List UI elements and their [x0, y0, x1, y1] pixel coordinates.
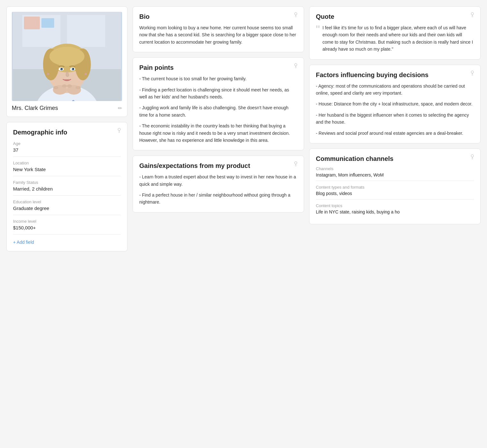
pain-point-3: - Juggling work and family life is also … [139, 104, 297, 119]
factors-items: - Agency: most of the communications and… [316, 83, 474, 137]
factor-1: - Agency: most of the communications and… [316, 83, 474, 97]
svg-point-29 [76, 86, 81, 89]
factors-lightbulb-icon[interactable] [469, 70, 475, 77]
comm-title: Communication channels [316, 155, 474, 163]
quote-mark: " [316, 24, 320, 36]
factor-2: - House: Distance from the city + local … [316, 100, 474, 107]
bio-card: Bio Working mom looking to buy a new hom… [133, 6, 304, 52]
education-field: Education level Graduate degree [13, 199, 121, 215]
svg-point-33 [294, 12, 297, 15]
gain-1: - Learn from a trusted expert about the … [139, 173, 297, 188]
svg-point-38 [471, 155, 474, 157]
svg-point-22 [61, 68, 62, 69]
age-value: 37 [13, 147, 121, 157]
communication-card: Communication channels Channels Instagra… [309, 148, 481, 224]
svg-point-31 [85, 73, 87, 75]
education-value: Graduate degree [13, 206, 121, 215]
family-status-label: Family Status [13, 180, 121, 185]
content-types-label: Content types and formats [316, 185, 474, 190]
pain-point-2: - Finding a perfect location is challeng… [139, 86, 297, 101]
svg-point-34 [294, 63, 297, 66]
svg-rect-3 [67, 15, 105, 47]
income-value: $150,000+ [13, 225, 121, 235]
profile-name: Mrs. Clark Grimes [12, 105, 58, 112]
svg-point-32 [118, 128, 120, 131]
profile-image [12, 12, 122, 101]
gain-2: - Find a perfect house in her / similar … [139, 191, 297, 206]
svg-point-28 [67, 84, 72, 88]
family-status-field: Family Status Married, 2 children [13, 180, 121, 196]
bio-body: Working mom looking to buy a new home. H… [139, 24, 297, 46]
content-topics-value: Life in NYC state, raising kids, buying … [316, 209, 474, 218]
bio-title: Bio [139, 13, 297, 20]
lightbulb-icon[interactable] [116, 127, 122, 135]
svg-point-36 [471, 12, 474, 15]
demographic-title: Demographic info [13, 129, 121, 136]
profile-card: Mrs. Clark Grimes ✏ [6, 6, 127, 117]
location-field: Location New York State [13, 161, 121, 176]
svg-rect-4 [24, 17, 40, 29]
gains-lightbulb-icon[interactable] [293, 161, 299, 168]
svg-point-35 [294, 162, 297, 164]
gains-card: Gains/expectations from my product - Lea… [133, 155, 304, 213]
factor-3: - Her husband is the biggest influencer … [316, 112, 474, 126]
pain-points-card: Pain points - The current house is too s… [133, 57, 304, 150]
gains-title: Gains/expectations from my product [139, 162, 297, 170]
location-label: Location [13, 161, 121, 165]
svg-point-37 [471, 71, 474, 73]
gains-items: - Learn from a trusted expert about the … [139, 173, 297, 206]
demographic-card: Demographic info Age 37 Location New Yor… [6, 122, 127, 251]
bio-lightbulb-icon[interactable] [293, 12, 299, 19]
channels-value: Instagram, Mom influencers, WoM [316, 172, 474, 181]
content-topics-label: Content topics [316, 203, 474, 208]
add-field-button[interactable]: + Add field [13, 240, 121, 245]
content-types-field: Content types and formats Blog posts, vi… [316, 185, 474, 199]
svg-point-30 [47, 73, 49, 75]
channels-field: Channels Instagram, Mom influencers, WoM [316, 166, 474, 181]
factors-title: Factors influencing buying decisions [316, 71, 474, 79]
pain-lightbulb-icon[interactable] [293, 63, 299, 70]
location-value: New York State [13, 167, 121, 176]
quote-body: I feel like it's time for us to find a b… [323, 24, 474, 53]
factor-4: - Reviews and social proof around real e… [316, 130, 474, 137]
factors-card: Factors influencing buying decisions - A… [309, 65, 481, 143]
age-field: Age 37 [13, 141, 121, 157]
content-topics-field: Content topics Life in NYC state, raisin… [316, 203, 474, 218]
content-types-value: Blog posts, videos [316, 191, 474, 199]
pain-point-1: - The current house is too small for her… [139, 75, 297, 82]
svg-point-26 [53, 86, 58, 89]
svg-point-23 [73, 68, 74, 69]
pain-points-items: - The current house is too small for her… [139, 75, 297, 144]
svg-point-27 [62, 84, 67, 88]
comm-lightbulb-icon[interactable] [469, 154, 475, 161]
age-label: Age [13, 141, 121, 146]
family-status-value: Married, 2 children [13, 186, 121, 196]
channels-label: Channels [316, 166, 474, 171]
quote-card: Quote " I feel like it's time for us to … [309, 6, 481, 60]
pain-points-title: Pain points [139, 64, 297, 71]
income-label: Income level [13, 219, 121, 224]
svg-point-17 [49, 47, 84, 66]
edit-icon[interactable]: ✏ [118, 105, 122, 111]
pain-point-4: - The economic instability in the countr… [139, 122, 297, 144]
quote-lightbulb-icon[interactable] [469, 12, 475, 19]
svg-rect-5 [41, 18, 54, 28]
education-label: Education level [13, 199, 121, 204]
income-field: Income level $150,000+ [13, 219, 121, 235]
quote-title: Quote [316, 13, 474, 20]
